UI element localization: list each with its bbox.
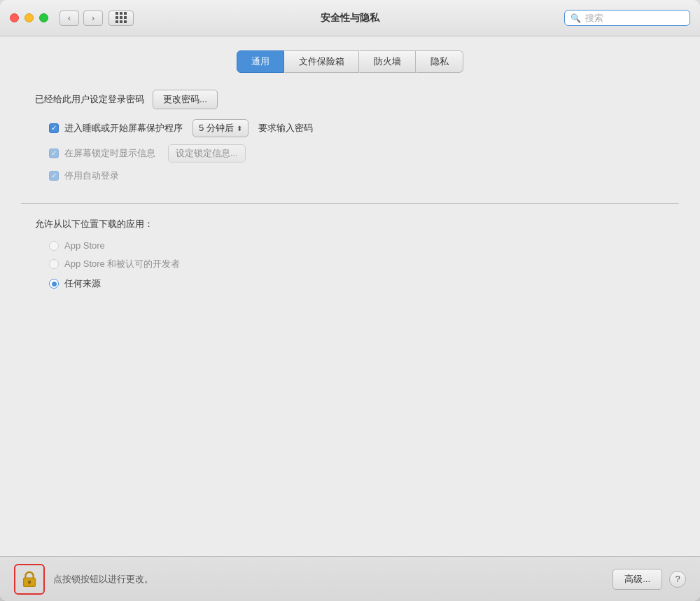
maximize-button[interactable] bbox=[39, 13, 48, 22]
sleep-time-value: 5 分钟后 bbox=[199, 122, 234, 134]
download-section: 允许从以下位置下载的应用： App Store App Store 和被认可的开… bbox=[21, 218, 679, 297]
sleep-checkbox[interactable] bbox=[49, 123, 59, 133]
password-row: 已经给此用户设定登录密码 更改密码... bbox=[21, 90, 679, 109]
window: ‹ › 安全性与隐私 🔍 通用 文件保险箱 防火墙 隐私 bbox=[0, 0, 700, 601]
general-section: 已经给此用户设定登录密码 更改密码... 进入睡眠或开始屏幕保护程序 5 分钟后… bbox=[21, 90, 679, 189]
password-label: 已经给此用户设定登录密码 bbox=[35, 93, 144, 106]
radio-appstore-dev-label: App Store 和被认可的开发者 bbox=[64, 258, 180, 270]
chevron-up-down-icon: ⬍ bbox=[237, 125, 242, 132]
search-box[interactable]: 🔍 bbox=[564, 10, 690, 26]
radio-appstore-dev[interactable] bbox=[49, 259, 59, 269]
require-password-label: 要求输入密码 bbox=[258, 122, 313, 134]
app-grid-button[interactable] bbox=[108, 11, 134, 26]
advanced-button[interactable]: 高级... bbox=[612, 569, 662, 590]
grid-icon bbox=[115, 12, 127, 24]
section-divider bbox=[21, 203, 679, 204]
lock-icon bbox=[20, 569, 39, 589]
auto-login-label: 停用自动登录 bbox=[64, 170, 119, 182]
auto-login-checkbox[interactable] bbox=[49, 171, 59, 181]
help-button[interactable]: ? bbox=[669, 571, 686, 588]
lock-button[interactable] bbox=[14, 564, 45, 595]
close-button[interactable] bbox=[10, 13, 19, 22]
search-input[interactable] bbox=[585, 13, 684, 23]
svg-rect-2 bbox=[29, 582, 30, 584]
sleep-checkbox-row: 进入睡眠或开始屏幕保护程序 5 分钟后 ⬍ 要求输入密码 bbox=[21, 119, 679, 137]
bottom-bar: 点按锁按钮以进行更改。 高级... ? bbox=[0, 556, 700, 601]
auto-login-row: 停用自动登录 bbox=[21, 170, 679, 182]
minimize-button[interactable] bbox=[24, 13, 34, 22]
lock-screen-label: 在屏幕锁定时显示信息 bbox=[64, 147, 155, 160]
tab-filevault[interactable]: 文件保险箱 bbox=[284, 50, 359, 73]
lock-screen-row: 在屏幕锁定时显示信息 设定锁定信息... bbox=[21, 144, 679, 163]
lock-screen-checkbox[interactable] bbox=[49, 148, 59, 158]
tab-privacy[interactable]: 隐私 bbox=[416, 50, 463, 73]
tab-bar: 通用 文件保险箱 防火墙 隐私 bbox=[21, 50, 679, 73]
change-password-button[interactable]: 更改密码... bbox=[153, 90, 218, 109]
titlebar: ‹ › 安全性与隐私 🔍 bbox=[0, 0, 700, 36]
radio-anywhere[interactable] bbox=[49, 279, 59, 289]
download-label: 允许从以下位置下载的应用： bbox=[21, 218, 679, 230]
tab-firewall[interactable]: 防火墙 bbox=[359, 50, 416, 73]
set-lock-info-button[interactable]: 设定锁定信息... bbox=[168, 144, 246, 163]
traffic-lights bbox=[10, 13, 48, 22]
radio-appstore-row: App Store bbox=[21, 240, 679, 251]
sleep-label: 进入睡眠或开始屏幕保护程序 bbox=[64, 122, 183, 134]
radio-appstore-label: App Store bbox=[64, 240, 105, 251]
radio-appstore-dev-row: App Store 和被认可的开发者 bbox=[21, 258, 679, 270]
search-icon: 🔍 bbox=[570, 13, 581, 23]
radio-anywhere-label: 任何来源 bbox=[64, 277, 101, 290]
content-area: 通用 文件保险箱 防火墙 隐私 已经给此用户设定登录密码 更改密码... 进入睡… bbox=[0, 36, 700, 556]
sleep-time-dropdown[interactable]: 5 分钟后 ⬍ bbox=[192, 119, 248, 137]
radio-anywhere-row: 任何来源 bbox=[21, 277, 679, 290]
lock-hint-text: 点按锁按钮以进行更改。 bbox=[53, 573, 153, 586]
nav-buttons: ‹ › bbox=[59, 11, 103, 26]
radio-appstore[interactable] bbox=[49, 241, 59, 251]
forward-button[interactable]: › bbox=[83, 11, 103, 26]
window-title: 安全性与隐私 bbox=[321, 12, 379, 25]
back-button[interactable]: ‹ bbox=[59, 11, 79, 26]
tab-general[interactable]: 通用 bbox=[237, 50, 284, 73]
